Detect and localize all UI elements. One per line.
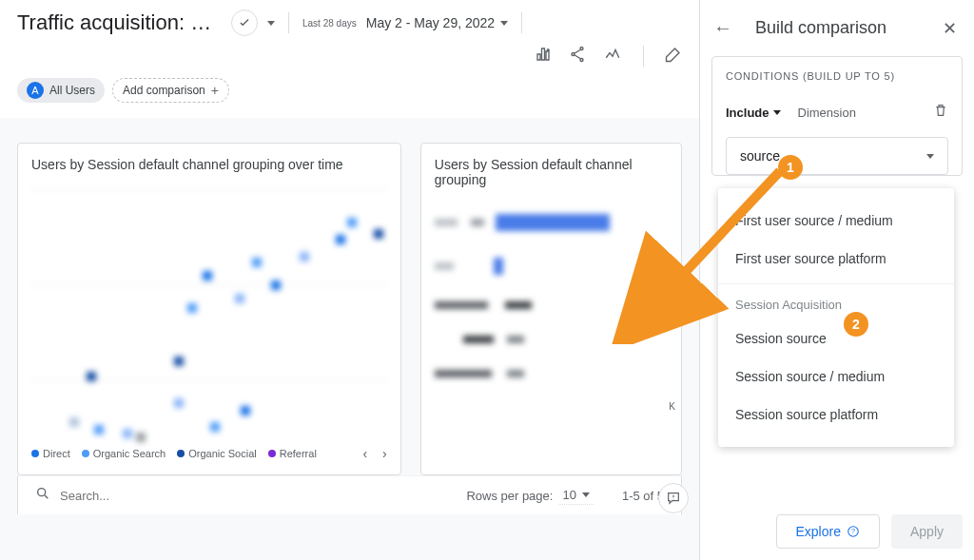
date-range-picker[interactable]: Last 28 days xyxy=(302,18,357,29)
feedback-icon xyxy=(666,491,681,506)
svg-point-1 xyxy=(38,489,46,496)
option-session-source[interactable]: Session source xyxy=(718,319,954,357)
option-first-user-source-medium[interactable]: First user source / medium xyxy=(718,202,954,240)
report-header: Traffic acquisition: Ses... Last 28 days… xyxy=(0,0,699,72)
conditions-panel: CONDITIONS (BUILD UP TO 5) Include Dimen… xyxy=(711,56,963,176)
dimension-label: Dimension xyxy=(798,106,916,120)
table-controls: Rows per page: 10 1-5 of 5 xyxy=(17,475,682,514)
chart-cards: Users by Session default channel groupin… xyxy=(0,118,699,475)
feedback-button[interactable] xyxy=(658,483,689,513)
rows-per-page: Rows per page: 10 xyxy=(466,486,594,505)
search-input[interactable] xyxy=(60,489,466,503)
help-icon: ? xyxy=(847,525,860,538)
trash-icon[interactable] xyxy=(933,103,948,122)
option-session-source-medium[interactable]: Session source / medium xyxy=(718,357,954,396)
separator xyxy=(288,12,289,33)
chip-letter-a: A xyxy=(27,82,44,99)
bar-chart-card: Users by Session default channel groupin… xyxy=(420,143,682,475)
legend-item-referral: Referral xyxy=(268,448,317,459)
dimension-search-value: source xyxy=(740,148,780,164)
svg-text:?: ? xyxy=(851,528,855,534)
card-title: Users by Session default channel groupin… xyxy=(421,144,681,204)
date-preset-label: Last 28 days xyxy=(302,18,357,29)
check-icon xyxy=(238,16,251,29)
plus-icon: + xyxy=(211,83,219,98)
edit-icon[interactable] xyxy=(665,46,682,67)
conditions-label: CONDITIONS (BUILD UP TO 5) xyxy=(726,70,948,82)
separator xyxy=(643,46,644,67)
customize-report-icon[interactable] xyxy=(535,46,552,67)
legend: Direct Organic Search Organic Social Ref… xyxy=(18,436,400,474)
option-first-user-source-platform[interactable]: First user source platform xyxy=(718,240,954,278)
status-check-button[interactable] xyxy=(231,10,258,36)
legend-item-organic-social: Organic Social xyxy=(177,448,257,459)
chevron-down-icon xyxy=(500,21,508,26)
main-report-area: Traffic acquisition: Ses... Last 28 days… xyxy=(0,0,699,560)
separator xyxy=(521,12,522,33)
chevron-down-icon[interactable] xyxy=(267,21,275,26)
annotation-badge-1: 1 xyxy=(778,155,803,180)
legend-item-direct: Direct xyxy=(31,448,70,459)
apply-button[interactable]: Apply xyxy=(891,514,963,549)
sidebar-footer: Explore ? Apply xyxy=(776,514,964,549)
svg-point-0 xyxy=(547,48,550,51)
card-title: Users by Session default channel groupin… xyxy=(18,144,400,189)
comparison-chips: A All Users Add comparison + xyxy=(0,72,699,118)
chevron-down-icon xyxy=(926,154,934,159)
legend-prev-icon[interactable]: ‹ xyxy=(362,446,367,461)
sidebar-title: Build comparison xyxy=(755,18,920,38)
dimension-select[interactable]: source xyxy=(726,137,948,175)
search-icon xyxy=(35,486,50,505)
insights-icon[interactable] xyxy=(603,46,622,67)
chevron-down-icon xyxy=(582,492,590,497)
time-series-card: Users by Session default channel groupin… xyxy=(17,143,401,475)
sidebar-header: ← Build comparison ✕ xyxy=(700,0,974,56)
back-icon[interactable]: ← xyxy=(713,17,732,39)
add-comparison-chip[interactable]: Add comparison + xyxy=(112,78,229,103)
option-group-session-acquisition: Session Acquisition xyxy=(718,283,954,319)
toolbar xyxy=(535,46,682,67)
share-icon[interactable] xyxy=(569,46,586,67)
dimension-dropdown: First user source / medium First user so… xyxy=(718,188,954,447)
date-range-value[interactable]: May 2 - May 29, 2022 xyxy=(366,15,508,30)
legend-next-icon[interactable]: › xyxy=(382,446,387,461)
include-dropdown[interactable]: Include xyxy=(726,106,781,120)
rows-per-page-select[interactable]: 10 xyxy=(558,486,593,505)
chip-label: Add comparison xyxy=(123,84,205,97)
option-session-source-platform[interactable]: Session source platform xyxy=(718,396,954,434)
legend-item-organic-search: Organic Search xyxy=(82,448,166,459)
all-users-chip[interactable]: A All Users xyxy=(17,78,105,103)
chevron-down-icon xyxy=(773,110,781,115)
scatter-chart xyxy=(18,189,400,436)
bar-chart xyxy=(421,204,681,414)
annotation-badge-2: 2 xyxy=(844,312,868,337)
close-icon[interactable]: ✕ xyxy=(943,18,957,39)
explore-button[interactable]: Explore ? xyxy=(776,514,880,549)
chip-label: All Users xyxy=(49,84,95,97)
page-title: Traffic acquisition: Ses... xyxy=(17,10,222,35)
axis-tick: K xyxy=(669,401,675,412)
